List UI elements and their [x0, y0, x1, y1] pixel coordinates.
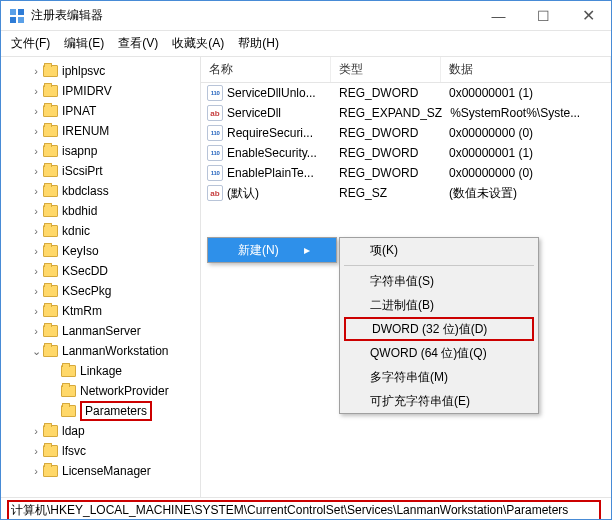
- titlebar[interactable]: 注册表编辑器 — ☐ ✕: [1, 1, 611, 31]
- dword-value-icon: [207, 145, 223, 161]
- folder-icon: [43, 145, 58, 157]
- col-type[interactable]: 类型: [331, 57, 441, 82]
- value-type: REG_DWORD: [331, 166, 441, 180]
- column-headers[interactable]: 名称 类型 数据: [201, 57, 611, 83]
- menu-view[interactable]: 查看(V): [118, 35, 158, 52]
- col-data[interactable]: 数据: [441, 57, 611, 82]
- tree-node-label: KSecDD: [62, 264, 108, 278]
- value-row[interactable]: RequireSecuri...REG_DWORD0x00000000 (0): [201, 123, 611, 143]
- expand-icon[interactable]: ›: [29, 465, 43, 477]
- minimize-button[interactable]: —: [476, 1, 521, 31]
- expand-icon[interactable]: ›: [29, 145, 43, 157]
- value-row[interactable]: ServiceDllREG_EXPAND_SZ%SystemRoot%\Syst…: [201, 103, 611, 123]
- tree-node-label: IPNAT: [62, 104, 96, 118]
- tree-node[interactable]: ›IPMIDRV: [1, 81, 200, 101]
- menu-help[interactable]: 帮助(H): [238, 35, 279, 52]
- expand-icon[interactable]: ›: [29, 165, 43, 177]
- tree-node-label: NetworkProvider: [80, 384, 169, 398]
- tree-node[interactable]: Parameters: [1, 401, 200, 421]
- expand-icon[interactable]: ›: [29, 125, 43, 137]
- ctx-new[interactable]: 新建(N) ▸: [208, 238, 336, 262]
- tree-node[interactable]: ›IRENUM: [1, 121, 200, 141]
- tree-node[interactable]: ›iphlpsvc: [1, 61, 200, 81]
- folder-icon: [43, 65, 58, 77]
- expand-icon[interactable]: ›: [29, 65, 43, 77]
- expand-icon[interactable]: ›: [29, 425, 43, 437]
- context-menu-primary[interactable]: 新建(N) ▸: [207, 237, 337, 263]
- content-area: ›iphlpsvc›IPMIDRV›IPNAT›IRENUM›isapnp›iS…: [1, 57, 611, 497]
- tree-node[interactable]: ›kbdhid: [1, 201, 200, 221]
- value-name: EnableSecurity...: [227, 146, 317, 160]
- tree-node[interactable]: Linkage: [1, 361, 200, 381]
- menu-edit[interactable]: 编辑(E): [64, 35, 104, 52]
- folder-icon: [43, 345, 58, 357]
- expand-icon[interactable]: ›: [29, 105, 43, 117]
- folder-icon: [43, 465, 58, 477]
- menu-favorites[interactable]: 收藏夹(A): [172, 35, 224, 52]
- expand-icon[interactable]: ›: [29, 205, 43, 217]
- tree-node[interactable]: ›KSecDD: [1, 261, 200, 281]
- ctx-item[interactable]: 项(K): [340, 238, 538, 262]
- folder-icon: [43, 325, 58, 337]
- tree-node-label: KSecPkg: [62, 284, 111, 298]
- tree-node[interactable]: ›IPNAT: [1, 101, 200, 121]
- expand-icon[interactable]: ›: [29, 445, 43, 457]
- context-menu-submenu[interactable]: 项(K)字符串值(S)二进制值(B)DWORD (32 位)值(D)QWORD …: [339, 237, 539, 414]
- tree-node[interactable]: ›kdnic: [1, 221, 200, 241]
- tree-node-label: LanmanServer: [62, 324, 141, 338]
- value-data: 0x00000000 (0): [441, 126, 611, 140]
- values-list[interactable]: ServiceDllUnlo...REG_DWORD0x00000001 (1)…: [201, 83, 611, 497]
- tree-node[interactable]: ›iScsiPrt: [1, 161, 200, 181]
- expand-icon[interactable]: ›: [29, 325, 43, 337]
- value-row[interactable]: EnablePlainTe...REG_DWORD0x00000000 (0): [201, 163, 611, 183]
- tree-node[interactable]: ›KeyIso: [1, 241, 200, 261]
- tree-node-label: IRENUM: [62, 124, 109, 138]
- string-value-icon: [207, 105, 223, 121]
- ctx-item[interactable]: 多字符串值(M): [340, 365, 538, 389]
- close-button[interactable]: ✕: [566, 1, 611, 31]
- expand-icon[interactable]: ›: [29, 185, 43, 197]
- tree-node[interactable]: ›LicenseManager: [1, 461, 200, 481]
- expand-icon[interactable]: ⌄: [29, 345, 43, 358]
- tree-node[interactable]: ›isapnp: [1, 141, 200, 161]
- expand-icon[interactable]: ›: [29, 305, 43, 317]
- value-row[interactable]: (默认)REG_SZ(数值未设置): [201, 183, 611, 203]
- ctx-item[interactable]: DWORD (32 位)值(D): [344, 317, 534, 341]
- expand-icon[interactable]: ›: [29, 85, 43, 97]
- ctx-item[interactable]: 字符串值(S): [340, 269, 538, 293]
- value-name: EnablePlainTe...: [227, 166, 314, 180]
- value-name: (默认): [227, 185, 259, 202]
- tree-node[interactable]: ⌄LanmanWorkstation: [1, 341, 200, 361]
- tree-node[interactable]: ›KtmRm: [1, 301, 200, 321]
- tree-node[interactable]: NetworkProvider: [1, 381, 200, 401]
- menu-file[interactable]: 文件(F): [11, 35, 50, 52]
- col-name[interactable]: 名称: [201, 57, 331, 82]
- tree-node[interactable]: ›LanmanServer: [1, 321, 200, 341]
- tree-pane[interactable]: ›iphlpsvc›IPMIDRV›IPNAT›IRENUM›isapnp›iS…: [1, 57, 201, 497]
- ctx-item[interactable]: QWORD (64 位)值(Q): [340, 341, 538, 365]
- window-title: 注册表编辑器: [31, 7, 476, 24]
- tree-node[interactable]: ›ldap: [1, 421, 200, 441]
- ctx-item[interactable]: 可扩充字符串值(E): [340, 389, 538, 413]
- expand-icon[interactable]: ›: [29, 225, 43, 237]
- tree-node[interactable]: ›kbdclass: [1, 181, 200, 201]
- tree-node[interactable]: ›KSecPkg: [1, 281, 200, 301]
- expand-icon[interactable]: ›: [29, 245, 43, 257]
- separator: [344, 265, 534, 266]
- tree-node-label: LicenseManager: [62, 464, 151, 478]
- value-row[interactable]: EnableSecurity...REG_DWORD0x00000001 (1): [201, 143, 611, 163]
- folder-icon: [43, 245, 58, 257]
- folder-icon: [43, 185, 58, 197]
- statusbar: 计算机\HKEY_LOCAL_MACHINE\SYSTEM\CurrentCon…: [1, 497, 611, 519]
- folder-icon: [61, 385, 76, 397]
- tree-node-label: LanmanWorkstation: [62, 344, 169, 358]
- dword-value-icon: [207, 165, 223, 181]
- maximize-button[interactable]: ☐: [521, 1, 566, 31]
- tree-node[interactable]: ›lfsvc: [1, 441, 200, 461]
- folder-icon: [43, 205, 58, 217]
- expand-icon[interactable]: ›: [29, 285, 43, 297]
- value-row[interactable]: ServiceDllUnlo...REG_DWORD0x00000001 (1): [201, 83, 611, 103]
- expand-icon[interactable]: ›: [29, 265, 43, 277]
- folder-icon: [43, 225, 58, 237]
- ctx-item[interactable]: 二进制值(B): [340, 293, 538, 317]
